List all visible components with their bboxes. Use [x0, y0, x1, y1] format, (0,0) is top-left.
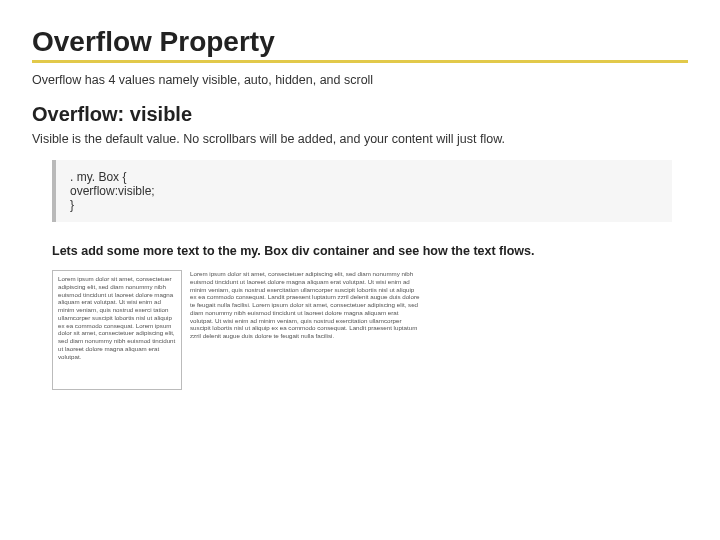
section-heading: Overflow: visible — [32, 103, 688, 126]
bold-instruction: Lets add some more text to the my. Box d… — [52, 244, 688, 258]
page-title: Overflow Property — [32, 26, 688, 63]
intro-text: Overflow has 4 values namely visible, au… — [32, 73, 688, 87]
mybox-container: Lorem ipsum dolor sit amet, consectetuer… — [52, 270, 182, 390]
code-block: . my. Box { overflow:visible; } — [52, 160, 672, 222]
section-desc: Visible is the default value. No scrollb… — [32, 132, 688, 146]
side-column-text: Lorem ipsum dolor sit amet, consectetuer… — [190, 270, 420, 340]
